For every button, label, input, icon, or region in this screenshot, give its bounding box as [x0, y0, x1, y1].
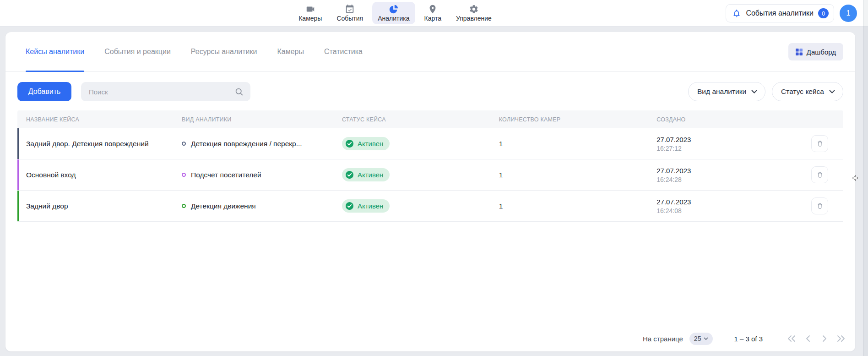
- check-circle-icon: [345, 139, 354, 148]
- col-header-case-name: НАЗВАНИЕ КЕЙСА: [17, 116, 182, 123]
- chevron-down-icon: [751, 90, 757, 93]
- delete-case-button[interactable]: [811, 135, 828, 152]
- nav-item-analytics[interactable]: Аналитика: [372, 2, 415, 24]
- nav-item-events[interactable]: События: [331, 2, 369, 24]
- map-pin-icon: [428, 4, 438, 14]
- trash-icon: [816, 140, 824, 148]
- check-circle-icon: [345, 170, 354, 179]
- case-name: Задний двор. Детекция повреждений: [17, 140, 182, 148]
- topbar: Камеры События Аналитика Карта Управлени…: [0, 0, 868, 27]
- actions-cell: [811, 197, 843, 214]
- tab-cameras[interactable]: Камеры: [277, 32, 304, 71]
- dashboard-button-label: Дашборд: [807, 48, 836, 56]
- delete-case-button[interactable]: [811, 166, 828, 183]
- topbar-right: События аналитики 0 1: [726, 4, 857, 22]
- row-accent-bar: [17, 159, 19, 190]
- analytics-events-button[interactable]: События аналитики 0: [726, 4, 834, 22]
- main-nav: Камеры События Аналитика Карта Управлени…: [293, 2, 497, 24]
- nav-item-map[interactable]: Карта: [419, 2, 447, 24]
- status-label: Активен: [358, 171, 383, 179]
- pagination-bar: На странице 25 1 – 3 of 3: [5, 326, 855, 351]
- col-header-analytics-type: ВИД АНАЛИТИКИ: [182, 116, 342, 123]
- status-badge: Активен: [342, 199, 390, 213]
- status-cell: Активен: [342, 137, 499, 150]
- table-row[interactable]: Задний двор. Детекция повреждений Детекц…: [17, 128, 843, 159]
- calendar-check-icon: [345, 4, 355, 14]
- gear-icon: [469, 4, 479, 14]
- filter-label: Вид аналитики: [697, 88, 746, 96]
- tab-statistics[interactable]: Статистика: [324, 32, 363, 71]
- chevron-down-icon: [704, 337, 708, 340]
- created-cell: 27.07.2023 16:24:08: [656, 198, 811, 214]
- last-page-button[interactable]: [835, 333, 847, 345]
- tab-analytics-cases[interactable]: Кейсы аналитики: [26, 32, 84, 71]
- analytics-type-cell: Подсчет посетителей: [182, 171, 342, 179]
- table-body: Задний двор. Детекция повреждений Детекц…: [17, 128, 843, 222]
- created-cell: 27.07.2023 16:27:12: [656, 136, 811, 152]
- search-icon: [235, 88, 244, 96]
- analytics-type-icon: [182, 204, 186, 208]
- analytics-type-icon: [182, 142, 186, 146]
- next-page-button[interactable]: [819, 333, 830, 345]
- camera-count: 1: [499, 140, 657, 148]
- main-panel: Кейсы аналитики События и реакции Ресурс…: [5, 32, 855, 351]
- events-button-label: События аналитики: [746, 9, 814, 17]
- case-name: Основной вход: [17, 171, 182, 179]
- created-time: 16:27:12: [656, 145, 811, 152]
- filter-analytics-type[interactable]: Вид аналитики: [688, 82, 765, 101]
- tab-events-reactions[interactable]: События и реакции: [104, 32, 171, 71]
- created-cell: 27.07.2023 16:24:28: [656, 167, 811, 183]
- col-header-camera-count: КОЛИЧЕСТВО КАМЕР: [499, 116, 657, 123]
- pager: [786, 333, 847, 345]
- avatar[interactable]: 1: [840, 5, 857, 22]
- double-chevron-left-icon: [787, 335, 796, 342]
- search-input[interactable]: [89, 88, 235, 96]
- add-button[interactable]: Добавить: [17, 82, 71, 101]
- filters: Вид аналитики Статус кейса: [688, 82, 843, 101]
- analytics-type-cell: Детекция движения: [182, 202, 342, 210]
- toolbar: Добавить Вид аналитики Статус кейса: [5, 72, 855, 101]
- case-name: Задний двор: [17, 202, 182, 210]
- status-cell: Активен: [342, 199, 499, 213]
- table-row[interactable]: Основной вход Подсчет посетителей Активе…: [17, 159, 843, 191]
- status-label: Активен: [358, 202, 383, 210]
- per-page-value: 25: [694, 335, 701, 342]
- nav-item-management[interactable]: Управление: [450, 2, 497, 24]
- created-time: 16:24:08: [656, 207, 811, 214]
- nav-label: Камеры: [298, 15, 322, 22]
- created-date: 27.07.2023: [656, 136, 811, 143]
- camera-icon: [305, 4, 315, 14]
- analytics-type-label: Детекция повреждения / перекр...: [191, 140, 302, 148]
- nav-label: Управление: [456, 15, 492, 22]
- actions-cell: [811, 166, 843, 183]
- pagination-range: 1 – 3 of 3: [734, 335, 763, 343]
- tab-analytics-resources[interactable]: Ресурсы аналитики: [191, 32, 257, 71]
- actions-cell: [811, 135, 843, 152]
- chevron-left-icon: [803, 335, 813, 342]
- row-accent-bar: [17, 191, 19, 221]
- created-date: 27.07.2023: [656, 167, 811, 175]
- status-badge: Активен: [342, 137, 390, 150]
- trash-icon: [816, 171, 824, 179]
- table-row[interactable]: Задний двор Детекция движения Активен 1 …: [17, 191, 843, 222]
- filter-label: Статус кейса: [781, 88, 824, 96]
- table-header: НАЗВАНИЕ КЕЙСА ВИД АНАЛИТИКИ СТАТУС КЕЙС…: [17, 110, 843, 128]
- camera-count: 1: [499, 202, 657, 210]
- analytics-type-label: Подсчет посетителей: [191, 171, 261, 179]
- double-chevron-right-icon: [836, 335, 846, 342]
- dashboard-button[interactable]: Дашборд: [788, 43, 843, 60]
- prev-page-button[interactable]: [802, 333, 814, 345]
- status-badge: Активен: [342, 168, 390, 181]
- check-circle-icon: [345, 202, 354, 210]
- created-date: 27.07.2023: [656, 198, 811, 206]
- delete-case-button[interactable]: [811, 197, 828, 214]
- scrollbar[interactable]: [863, 0, 868, 356]
- nav-label: Аналитика: [378, 15, 409, 22]
- status-cell: Активен: [342, 168, 499, 181]
- row-accent-bar: [17, 128, 19, 159]
- filter-case-status[interactable]: Статус кейса: [772, 82, 843, 101]
- per-page-select[interactable]: 25: [689, 333, 713, 345]
- first-page-button[interactable]: [786, 333, 797, 345]
- events-count-badge: 0: [818, 8, 829, 18]
- nav-item-cameras[interactable]: Камеры: [293, 2, 327, 24]
